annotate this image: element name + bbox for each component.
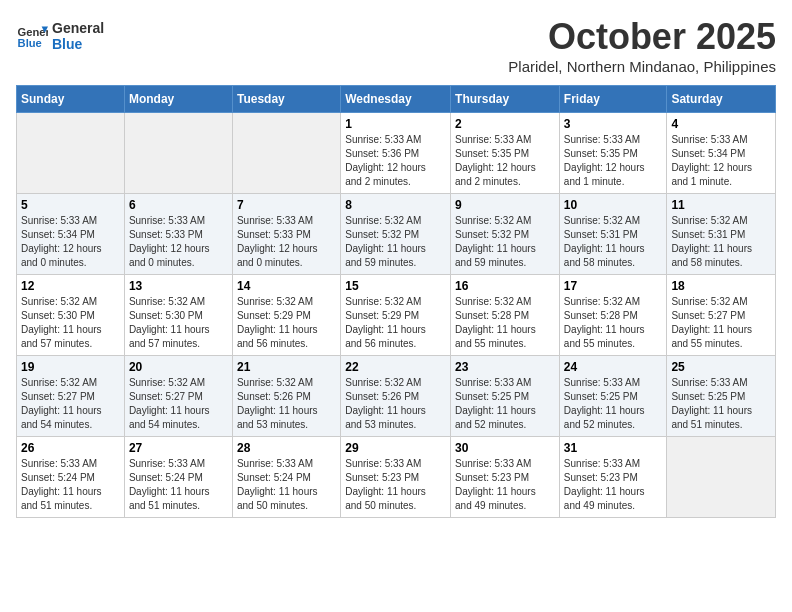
day-info: Sunrise: 5:32 AM Sunset: 5:30 PM Dayligh…: [129, 295, 228, 351]
calendar-header-friday: Friday: [559, 86, 667, 113]
day-number: 25: [671, 360, 771, 374]
day-number: 18: [671, 279, 771, 293]
day-info: Sunrise: 5:33 AM Sunset: 5:35 PM Dayligh…: [564, 133, 663, 189]
day-number: 13: [129, 279, 228, 293]
calendar-day-22: 22Sunrise: 5:32 AM Sunset: 5:26 PM Dayli…: [341, 356, 451, 437]
day-number: 3: [564, 117, 663, 131]
title-section: October 2025 Plaridel, Northern Mindanao…: [508, 16, 776, 75]
day-info: Sunrise: 5:32 AM Sunset: 5:29 PM Dayligh…: [237, 295, 336, 351]
day-number: 11: [671, 198, 771, 212]
calendar-day-13: 13Sunrise: 5:32 AM Sunset: 5:30 PM Dayli…: [124, 275, 232, 356]
logo: General Blue General Blue: [16, 20, 104, 52]
calendar-empty-cell: [124, 113, 232, 194]
day-info: Sunrise: 5:33 AM Sunset: 5:24 PM Dayligh…: [237, 457, 336, 513]
calendar-day-24: 24Sunrise: 5:33 AM Sunset: 5:25 PM Dayli…: [559, 356, 667, 437]
day-number: 22: [345, 360, 446, 374]
calendar-day-7: 7Sunrise: 5:33 AM Sunset: 5:33 PM Daylig…: [232, 194, 340, 275]
day-number: 31: [564, 441, 663, 455]
calendar-day-4: 4Sunrise: 5:33 AM Sunset: 5:34 PM Daylig…: [667, 113, 776, 194]
day-number: 8: [345, 198, 446, 212]
day-info: Sunrise: 5:33 AM Sunset: 5:34 PM Dayligh…: [21, 214, 120, 270]
calendar-day-14: 14Sunrise: 5:32 AM Sunset: 5:29 PM Dayli…: [232, 275, 340, 356]
calendar-day-8: 8Sunrise: 5:32 AM Sunset: 5:32 PM Daylig…: [341, 194, 451, 275]
day-info: Sunrise: 5:32 AM Sunset: 5:27 PM Dayligh…: [671, 295, 771, 351]
calendar-day-2: 2Sunrise: 5:33 AM Sunset: 5:35 PM Daylig…: [451, 113, 560, 194]
calendar-day-26: 26Sunrise: 5:33 AM Sunset: 5:24 PM Dayli…: [17, 437, 125, 518]
day-number: 6: [129, 198, 228, 212]
day-number: 16: [455, 279, 555, 293]
day-number: 7: [237, 198, 336, 212]
day-info: Sunrise: 5:33 AM Sunset: 5:23 PM Dayligh…: [455, 457, 555, 513]
day-info: Sunrise: 5:33 AM Sunset: 5:23 PM Dayligh…: [564, 457, 663, 513]
svg-text:Blue: Blue: [18, 37, 42, 49]
day-number: 2: [455, 117, 555, 131]
calendar-day-9: 9Sunrise: 5:32 AM Sunset: 5:32 PM Daylig…: [451, 194, 560, 275]
day-info: Sunrise: 5:33 AM Sunset: 5:23 PM Dayligh…: [345, 457, 446, 513]
logo-icon: General Blue: [16, 20, 48, 52]
calendar-day-20: 20Sunrise: 5:32 AM Sunset: 5:27 PM Dayli…: [124, 356, 232, 437]
calendar-day-27: 27Sunrise: 5:33 AM Sunset: 5:24 PM Dayli…: [124, 437, 232, 518]
day-info: Sunrise: 5:32 AM Sunset: 5:27 PM Dayligh…: [129, 376, 228, 432]
calendar-week-row: 19Sunrise: 5:32 AM Sunset: 5:27 PM Dayli…: [17, 356, 776, 437]
day-number: 19: [21, 360, 120, 374]
day-info: Sunrise: 5:33 AM Sunset: 5:36 PM Dayligh…: [345, 133, 446, 189]
calendar-day-11: 11Sunrise: 5:32 AM Sunset: 5:31 PM Dayli…: [667, 194, 776, 275]
calendar-day-10: 10Sunrise: 5:32 AM Sunset: 5:31 PM Dayli…: [559, 194, 667, 275]
day-number: 21: [237, 360, 336, 374]
calendar-day-15: 15Sunrise: 5:32 AM Sunset: 5:29 PM Dayli…: [341, 275, 451, 356]
location: Plaridel, Northern Mindanao, Philippines: [508, 58, 776, 75]
day-info: Sunrise: 5:32 AM Sunset: 5:30 PM Dayligh…: [21, 295, 120, 351]
day-number: 28: [237, 441, 336, 455]
day-number: 5: [21, 198, 120, 212]
logo-line1: General: [52, 20, 104, 36]
day-info: Sunrise: 5:33 AM Sunset: 5:25 PM Dayligh…: [564, 376, 663, 432]
day-info: Sunrise: 5:32 AM Sunset: 5:28 PM Dayligh…: [564, 295, 663, 351]
calendar-day-5: 5Sunrise: 5:33 AM Sunset: 5:34 PM Daylig…: [17, 194, 125, 275]
calendar-day-18: 18Sunrise: 5:32 AM Sunset: 5:27 PM Dayli…: [667, 275, 776, 356]
calendar-header-saturday: Saturday: [667, 86, 776, 113]
calendar-day-1: 1Sunrise: 5:33 AM Sunset: 5:36 PM Daylig…: [341, 113, 451, 194]
day-info: Sunrise: 5:33 AM Sunset: 5:34 PM Dayligh…: [671, 133, 771, 189]
day-number: 26: [21, 441, 120, 455]
day-number: 29: [345, 441, 446, 455]
day-info: Sunrise: 5:33 AM Sunset: 5:25 PM Dayligh…: [455, 376, 555, 432]
day-info: Sunrise: 5:32 AM Sunset: 5:31 PM Dayligh…: [564, 214, 663, 270]
day-info: Sunrise: 5:33 AM Sunset: 5:24 PM Dayligh…: [129, 457, 228, 513]
day-number: 30: [455, 441, 555, 455]
day-info: Sunrise: 5:32 AM Sunset: 5:26 PM Dayligh…: [345, 376, 446, 432]
calendar-day-28: 28Sunrise: 5:33 AM Sunset: 5:24 PM Dayli…: [232, 437, 340, 518]
day-number: 20: [129, 360, 228, 374]
calendar-day-21: 21Sunrise: 5:32 AM Sunset: 5:26 PM Dayli…: [232, 356, 340, 437]
day-number: 10: [564, 198, 663, 212]
day-info: Sunrise: 5:32 AM Sunset: 5:32 PM Dayligh…: [455, 214, 555, 270]
calendar-day-29: 29Sunrise: 5:33 AM Sunset: 5:23 PM Dayli…: [341, 437, 451, 518]
calendar-day-30: 30Sunrise: 5:33 AM Sunset: 5:23 PM Dayli…: [451, 437, 560, 518]
calendar-empty-cell: [17, 113, 125, 194]
day-info: Sunrise: 5:32 AM Sunset: 5:26 PM Dayligh…: [237, 376, 336, 432]
calendar-week-row: 26Sunrise: 5:33 AM Sunset: 5:24 PM Dayli…: [17, 437, 776, 518]
day-info: Sunrise: 5:32 AM Sunset: 5:32 PM Dayligh…: [345, 214, 446, 270]
calendar-day-6: 6Sunrise: 5:33 AM Sunset: 5:33 PM Daylig…: [124, 194, 232, 275]
calendar-table: SundayMondayTuesdayWednesdayThursdayFrid…: [16, 85, 776, 518]
day-number: 15: [345, 279, 446, 293]
day-info: Sunrise: 5:33 AM Sunset: 5:35 PM Dayligh…: [455, 133, 555, 189]
calendar-header-tuesday: Tuesday: [232, 86, 340, 113]
day-info: Sunrise: 5:32 AM Sunset: 5:28 PM Dayligh…: [455, 295, 555, 351]
calendar-day-25: 25Sunrise: 5:33 AM Sunset: 5:25 PM Dayli…: [667, 356, 776, 437]
day-number: 12: [21, 279, 120, 293]
calendar-day-31: 31Sunrise: 5:33 AM Sunset: 5:23 PM Dayli…: [559, 437, 667, 518]
calendar-week-row: 12Sunrise: 5:32 AM Sunset: 5:30 PM Dayli…: [17, 275, 776, 356]
day-number: 24: [564, 360, 663, 374]
calendar-header-thursday: Thursday: [451, 86, 560, 113]
calendar-day-12: 12Sunrise: 5:32 AM Sunset: 5:30 PM Dayli…: [17, 275, 125, 356]
day-number: 27: [129, 441, 228, 455]
day-info: Sunrise: 5:33 AM Sunset: 5:25 PM Dayligh…: [671, 376, 771, 432]
calendar-header-monday: Monday: [124, 86, 232, 113]
day-number: 17: [564, 279, 663, 293]
logo-line2: Blue: [52, 36, 104, 52]
calendar-day-19: 19Sunrise: 5:32 AM Sunset: 5:27 PM Dayli…: [17, 356, 125, 437]
day-info: Sunrise: 5:32 AM Sunset: 5:29 PM Dayligh…: [345, 295, 446, 351]
calendar-header-row: SundayMondayTuesdayWednesdayThursdayFrid…: [17, 86, 776, 113]
month-year: October 2025: [508, 16, 776, 58]
day-number: 14: [237, 279, 336, 293]
